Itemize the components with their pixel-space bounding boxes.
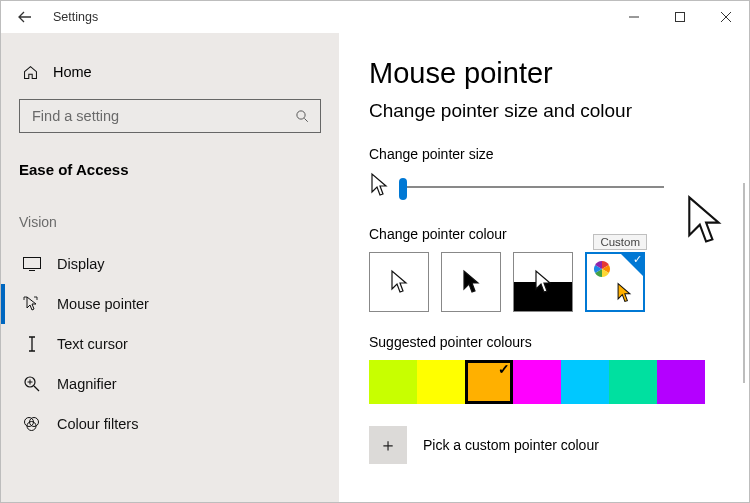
pointer-colour-white[interactable]	[369, 252, 429, 312]
pointer-colour-black[interactable]	[441, 252, 501, 312]
sidebar-item-magnifier[interactable]: Magnifier	[1, 364, 339, 404]
titlebar: Settings	[1, 1, 749, 33]
cursor-icon	[389, 269, 409, 295]
page-title: Mouse pointer	[369, 57, 719, 90]
sidebar-item-label: Magnifier	[57, 376, 117, 392]
sidebar: Home Ease of Access Vision Display Mouse…	[1, 33, 339, 502]
colour-swatch[interactable]	[657, 360, 705, 404]
sidebar-item-label: Text cursor	[57, 336, 128, 352]
svg-point-4	[297, 110, 305, 118]
sidebar-item-mouse-pointer[interactable]: Mouse pointer	[1, 284, 339, 324]
maximize-icon	[675, 12, 685, 22]
back-arrow-icon	[17, 9, 33, 25]
svg-rect-6	[24, 258, 41, 269]
colour-swatch[interactable]	[465, 360, 513, 404]
cursor-large-icon	[683, 193, 725, 252]
pointer-size-label: Change pointer size	[369, 146, 719, 162]
suggested-colours-label: Suggested pointer colours	[369, 334, 719, 350]
colour-swatch[interactable]	[609, 360, 657, 404]
minimize-icon	[629, 12, 639, 22]
close-icon	[721, 12, 731, 22]
home-icon	[21, 63, 39, 81]
suggested-swatches	[369, 360, 719, 404]
display-icon	[23, 255, 41, 273]
cursor-icon	[461, 269, 481, 295]
window-title: Settings	[49, 10, 98, 24]
sidebar-group: Vision	[1, 214, 339, 244]
svg-line-5	[304, 118, 307, 121]
cursor-icon	[533, 269, 553, 295]
search-input[interactable]	[19, 99, 321, 133]
sidebar-item-label: Colour filters	[57, 416, 138, 432]
pointer-size-slider[interactable]	[399, 186, 664, 188]
cursor-icon	[615, 282, 633, 304]
pointer-colour-custom[interactable]: Custom	[585, 252, 645, 312]
sidebar-home-label: Home	[53, 64, 92, 80]
page-subtitle: Change pointer size and colour	[369, 100, 719, 122]
custom-tooltip: Custom	[593, 234, 647, 250]
sidebar-item-colour-filters[interactable]: Colour filters	[1, 404, 339, 444]
close-button[interactable]	[703, 1, 749, 33]
sidebar-item-label: Display	[57, 256, 105, 272]
colour-swatch[interactable]	[417, 360, 465, 404]
pick-custom-colour-button[interactable]: ＋	[369, 426, 407, 464]
search-field[interactable]	[30, 107, 295, 125]
sidebar-section: Ease of Access	[1, 157, 339, 214]
colour-filters-icon	[23, 415, 41, 433]
slider-thumb[interactable]	[399, 178, 407, 200]
sidebar-item-label: Mouse pointer	[57, 296, 149, 312]
svg-line-10	[34, 386, 39, 391]
sidebar-item-display[interactable]: Display	[1, 244, 339, 284]
sidebar-home[interactable]: Home	[1, 55, 339, 89]
search-icon	[295, 109, 310, 124]
content: Mouse pointer Change pointer size and co…	[339, 33, 749, 502]
sidebar-item-text-cursor[interactable]: Text cursor	[1, 324, 339, 364]
pick-custom-colour-label: Pick a custom pointer colour	[423, 437, 599, 453]
selected-check-icon	[621, 254, 643, 276]
mouse-pointer-icon	[23, 295, 41, 313]
pointer-colour-label: Change pointer colour	[369, 226, 719, 242]
magnifier-icon	[23, 375, 41, 393]
colour-swatch[interactable]	[513, 360, 561, 404]
svg-rect-1	[676, 13, 685, 22]
maximize-button[interactable]	[657, 1, 703, 33]
scrollbar[interactable]	[743, 183, 745, 383]
plus-icon: ＋	[379, 433, 397, 457]
minimize-button[interactable]	[611, 1, 657, 33]
back-button[interactable]	[1, 1, 49, 33]
pointer-colour-inverted[interactable]	[513, 252, 573, 312]
cursor-small-icon	[369, 172, 389, 202]
colour-swatch[interactable]	[561, 360, 609, 404]
colour-swatch[interactable]	[369, 360, 417, 404]
text-cursor-icon	[23, 335, 41, 353]
